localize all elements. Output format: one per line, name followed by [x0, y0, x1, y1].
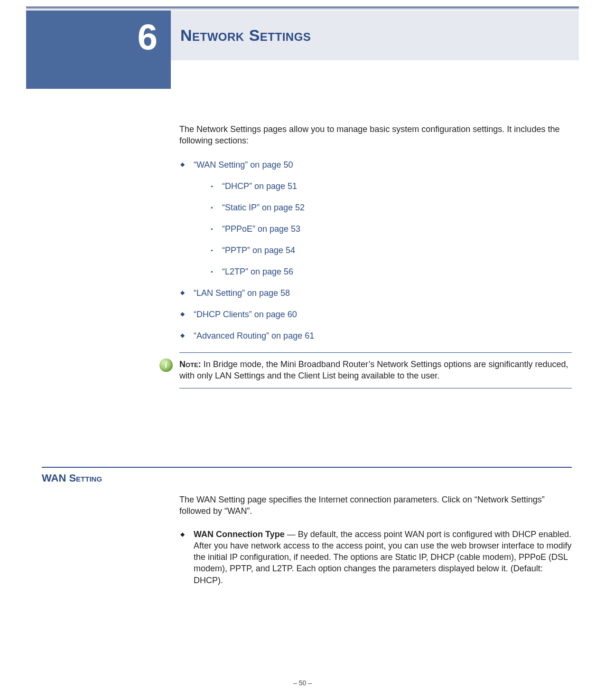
- toc-item-lan-setting[interactable]: “LAN Setting” on page 58: [179, 288, 572, 298]
- note-rule-top: [179, 352, 572, 353]
- toc-item-static-ip[interactable]: “Static IP” on page 52: [209, 203, 572, 213]
- chapter-title: Network Settings: [180, 26, 311, 45]
- toc-item-dhcp-clients[interactable]: “DHCP Clients” on page 60: [179, 310, 572, 320]
- toc-link-label: “Static IP” on page 52: [222, 203, 305, 212]
- toc-link-label: “LAN Setting” on page 58: [194, 288, 290, 298]
- top-rule-thin: [26, 9, 579, 9]
- section-heading-wan: WAN Setting: [42, 472, 102, 484]
- chapter-number: 6: [138, 19, 158, 55]
- toc-link-label: “DHCP Clients” on page 60: [194, 310, 297, 319]
- toc-link-label: “L2TP” on page 56: [222, 267, 293, 276]
- toc-link-label: “PPTP” on page 54: [222, 246, 295, 255]
- toc-link-label: “PPPoE” on page 53: [222, 224, 300, 234]
- content-column: The Network Settings pages allow you to …: [179, 123, 572, 394]
- toc-item-advanced-routing[interactable]: “Advanced Routing” on page 61: [179, 331, 572, 341]
- toc-link-label: “Advanced Routing” on page 61: [194, 331, 314, 341]
- toc-item-pptp[interactable]: “PPTP” on page 54: [209, 246, 572, 255]
- toc-list: “WAN Setting” on page 50 “DHCP” on page …: [179, 160, 572, 341]
- info-icon: i: [159, 359, 173, 372]
- toc-item-pppoe[interactable]: “PPPoE” on page 53: [209, 224, 572, 234]
- page: 6 Network Settings The Network Settings …: [0, 0, 605, 700]
- toc-item-wan-setting[interactable]: “WAN Setting” on page 50 “DHCP” on page …: [179, 160, 572, 277]
- note-rule-bottom: [179, 388, 572, 388]
- top-rule-thick: [26, 7, 579, 8]
- toc-item-dhcp[interactable]: “DHCP” on page 51: [209, 181, 572, 191]
- note-label: Note:: [179, 359, 201, 369]
- note-text: In Bridge mode, the Mini Broadband Route…: [179, 359, 568, 380]
- definition-term: WAN Connection Type: [194, 530, 285, 539]
- page-footer: – 50 –: [0, 679, 605, 687]
- wan-connection-type-item: WAN Connection Type — By default, the ac…: [179, 529, 572, 586]
- toc-link-label: “WAN Setting” on page 50: [194, 160, 293, 170]
- wan-definition-list: WAN Connection Type — By default, the ac…: [179, 529, 572, 586]
- chapter-number-block: 6: [26, 10, 171, 89]
- note-block: i Note: In Bridge mode, the Mini Broadba…: [179, 359, 572, 382]
- wan-intro-paragraph: The WAN Setting page specifies the Inter…: [179, 494, 572, 517]
- section-rule: [42, 467, 572, 468]
- chapter-title-band: Network Settings: [171, 10, 579, 60]
- section-body-wan: The WAN Setting page specifies the Inter…: [179, 494, 572, 586]
- toc-link-label: “DHCP” on page 51: [222, 181, 297, 191]
- toc-sublist-wan: “DHCP” on page 51 “Static IP” on page 52…: [209, 181, 572, 277]
- toc-item-l2tp[interactable]: “L2TP” on page 56: [209, 267, 572, 277]
- intro-paragraph: The Network Settings pages allow you to …: [179, 123, 572, 147]
